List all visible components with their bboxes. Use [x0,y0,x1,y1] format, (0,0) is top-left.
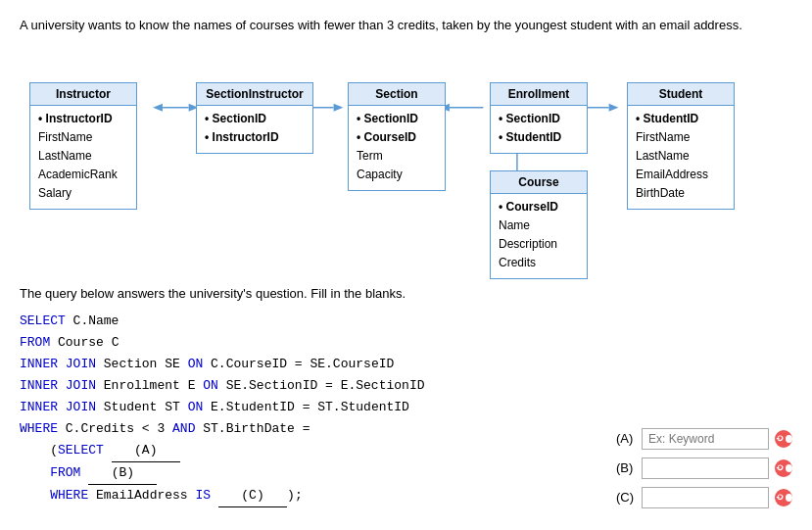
instructor-field-salary: Salary [38,184,128,203]
query-block: SELECT C.Name FROM Course C INNER JOIN S… [20,311,792,508]
blank-c-inline: (C) [218,485,287,507]
query-line-5: INNER JOIN Student ST ON E.StudentID = S… [20,397,597,418]
query-line-2: FROM Course C [20,332,597,354]
blank-c-label: (C) [616,490,636,505]
enrollment-field-studentid: StudentID [499,128,579,147]
si-field-sectionid: SectionID [205,110,305,128]
query-line-3: INNER JOIN Section SE ON C.CourseID = SE… [20,354,597,375]
blank-a-label: (A) [616,431,636,446]
query-line-7: (SELECT (A) [20,440,597,462]
student-field-firstname: FirstName [636,128,726,147]
table-course-header: Course [491,171,587,194]
query-intro-text: The query below answers the university's… [20,286,792,301]
course-field-id: CourseID [499,198,579,217]
blank-a-input[interactable] [642,428,769,450]
table-section-header: Section [349,83,445,106]
table-instructor: Instructor InstructorID FirstName LastNa… [29,82,137,211]
blank-b-input[interactable] [642,458,769,479]
table-course: Course CourseID Name Description Credits [490,170,588,280]
table-section: Section SectionID CourseID Term Capacity [348,82,446,192]
course-field-name: Name [499,217,579,235]
section-field-sectionid: SectionID [357,110,437,128]
er-diagram: Instructor InstructorID FirstName LastNa… [20,53,792,268]
intro-text: A university wants to know the names of … [20,16,754,35]
query-line-4: INNER JOIN Enrollment E ON SE.SectionID … [20,375,597,397]
blank-row-c: (C) [616,487,792,508]
section-field-courseid: CourseID [357,128,437,147]
table-section-instructor-header: SectionInstructor [197,83,312,106]
enrollment-field-sectionid: SectionID [499,110,579,128]
table-enrollment: Enrollment SectionID StudentID [490,82,588,154]
section-field-capacity: Capacity [357,166,437,184]
svg-marker-4 [334,103,344,111]
blank-row-b: (B) [616,458,792,479]
blank-b-inline: (B) [88,462,157,485]
table-student-header: Student [628,83,734,106]
student-field-birthdate: BirthDate [636,184,726,203]
blank-row-a: (A) [616,428,792,450]
section-field-term: Term [357,147,437,166]
student-field-lastname: LastName [636,147,726,166]
blanks-panel: (A) (B) (C) [616,311,792,508]
blank-b-label: (B) [616,460,636,475]
blank-c-input[interactable] [642,487,769,508]
table-instructor-header: Instructor [30,83,136,106]
course-field-credits: Credits [499,254,579,272]
student-field-id: StudentID [636,110,726,128]
blank-a-inline: (A) [112,440,180,462]
query-line-6: WHERE C.Credits < 3 AND ST.BirthDate = [20,418,597,440]
instructor-field-lastname: LastName [38,147,128,166]
course-field-desc: Description [499,235,579,254]
query-line-1: SELECT C.Name [20,311,597,332]
instructor-field-firstname: FirstName [38,128,128,147]
svg-marker-8 [609,103,619,111]
instructor-field-rank: AcademicRank [38,166,128,184]
query-line-8: FROM (B) [20,462,597,485]
query-line-9: WHERE EmailAddress IS (C) ); [20,485,597,507]
reset-c-icon[interactable] [775,489,792,506]
table-section-instructor: SectionInstructor SectionID InstructorID [196,82,313,154]
student-field-email: EmailAddress [636,166,726,184]
reset-a-icon[interactable] [775,430,792,448]
svg-marker-1 [153,103,163,111]
instructor-field-id: InstructorID [38,110,128,128]
table-student: Student StudentID FirstName LastName Ema… [627,82,735,211]
table-enrollment-header: Enrollment [491,83,587,106]
reset-b-icon[interactable] [775,459,792,477]
si-field-instructorid: InstructorID [205,128,305,147]
query-code: SELECT C.Name FROM Course C INNER JOIN S… [20,311,597,508]
